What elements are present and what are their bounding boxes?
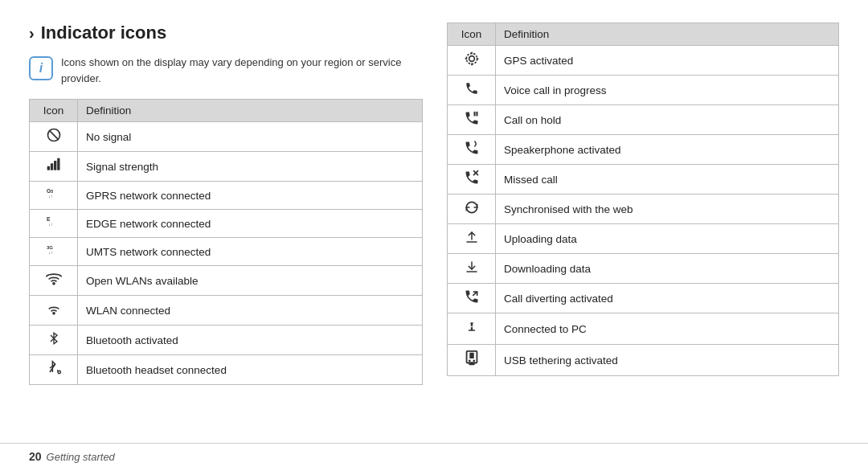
svg-line-1 bbox=[49, 130, 59, 140]
table-row: Signal strength bbox=[30, 152, 423, 182]
footer-number: 20 bbox=[29, 450, 42, 463]
definition-cell: Call on hold bbox=[496, 105, 839, 135]
table-row: No signal bbox=[30, 122, 423, 152]
icon-cell bbox=[448, 195, 496, 224]
right-col-def-header: Definition bbox=[496, 23, 839, 46]
table-row: Voice call in progress bbox=[448, 76, 839, 105]
table-row: Bluetooth activated bbox=[30, 326, 423, 355]
definition-cell: Synchronised with the web bbox=[496, 195, 839, 224]
icon-cell bbox=[30, 266, 78, 296]
svg-point-14 bbox=[53, 313, 55, 314]
left-column: › Indicator icons i Icons shown on the d… bbox=[29, 23, 423, 435]
table-row: Uploading data bbox=[448, 224, 839, 254]
definition-cell: Connected to PC bbox=[496, 313, 839, 345]
right-table: Icon Definition GPS activated Voice call… bbox=[447, 23, 839, 376]
left-col-icon-header: Icon bbox=[30, 100, 78, 122]
icon-cell bbox=[448, 76, 496, 105]
icon-cell bbox=[448, 224, 496, 254]
table-row: USB tethering activated bbox=[448, 345, 839, 376]
svg-text:↓↑: ↓↑ bbox=[48, 222, 52, 227]
definition-cell: UMTS network connected bbox=[78, 238, 423, 266]
right-col-icon-header: Icon bbox=[448, 23, 496, 46]
definition-cell: GPS activated bbox=[496, 46, 839, 76]
note-icon: i bbox=[29, 56, 53, 80]
table-row: E↓↑ EDGE network connected bbox=[30, 210, 423, 238]
icon-cell bbox=[448, 165, 496, 195]
definition-cell: Speakerphone activated bbox=[496, 135, 839, 165]
table-row: G5↓↑ GPRS network connected bbox=[30, 182, 423, 210]
definition-cell: Missed call bbox=[496, 165, 839, 195]
svg-text:↓↑: ↓↑ bbox=[48, 250, 52, 255]
table-row: Call diverting activated bbox=[448, 284, 839, 313]
svg-point-18 bbox=[469, 56, 474, 62]
table-row: Downloading data bbox=[448, 254, 839, 284]
svg-point-17 bbox=[58, 371, 60, 373]
svg-point-37 bbox=[468, 359, 470, 362]
icon-cell bbox=[448, 135, 496, 165]
left-col-def-header: Definition bbox=[78, 100, 423, 122]
table-row: Speakerphone activated bbox=[448, 135, 839, 165]
definition-cell: Bluetooth headset connected bbox=[78, 355, 423, 385]
svg-rect-2 bbox=[47, 166, 49, 170]
definition-cell: Uploading data bbox=[496, 224, 839, 254]
svg-rect-36 bbox=[469, 353, 474, 358]
definition-cell: Call diverting activated bbox=[496, 284, 839, 313]
definition-cell: WLAN connected bbox=[78, 296, 423, 326]
footer-text: Getting started bbox=[47, 451, 115, 463]
icon-cell bbox=[30, 296, 78, 326]
definition-cell: Open WLANs available bbox=[78, 266, 423, 296]
definition-cell: USB tethering activated bbox=[496, 345, 839, 376]
definition-cell: No signal bbox=[78, 122, 423, 152]
page-title: › Indicator icons bbox=[29, 23, 423, 43]
svg-rect-39 bbox=[469, 362, 474, 366]
definition-cell: Voice call in progress bbox=[496, 76, 839, 105]
definition-cell: GPRS network connected bbox=[78, 182, 423, 210]
icon-cell bbox=[30, 122, 78, 152]
title-text: Indicator icons bbox=[41, 23, 166, 43]
icon-cell: 3G↓↑ bbox=[30, 238, 78, 266]
page-footer: 20 Getting started bbox=[0, 443, 868, 471]
svg-text:↓↑: ↓↑ bbox=[48, 194, 52, 199]
icon-cell: E↓↑ bbox=[30, 210, 78, 238]
icon-cell bbox=[448, 105, 496, 135]
title-arrow: › bbox=[29, 24, 35, 43]
svg-point-19 bbox=[466, 53, 477, 63]
svg-point-38 bbox=[473, 359, 475, 362]
icon-cell bbox=[30, 326, 78, 355]
svg-rect-24 bbox=[473, 112, 475, 117]
table-row: Synchronised with the web bbox=[448, 195, 839, 224]
icon-cell bbox=[30, 152, 78, 182]
svg-rect-31 bbox=[470, 322, 473, 324]
icon-cell bbox=[448, 345, 496, 376]
table-row: Connected to PC bbox=[448, 313, 839, 345]
svg-point-34 bbox=[471, 326, 473, 328]
icon-cell: G5↓↑ bbox=[30, 182, 78, 210]
icon-cell bbox=[448, 313, 496, 345]
right-column: Icon Definition GPS activated Voice call… bbox=[447, 23, 839, 435]
svg-rect-4 bbox=[54, 161, 56, 170]
table-row: WLAN connected bbox=[30, 296, 423, 326]
icon-cell bbox=[448, 46, 496, 76]
table-row: Missed call bbox=[448, 165, 839, 195]
table-row: Call on hold bbox=[448, 105, 839, 135]
note-text: Icons shown on the display may vary depe… bbox=[61, 55, 423, 86]
definition-cell: Signal strength bbox=[78, 152, 423, 182]
table-row: 3G↓↑ UMTS network connected bbox=[30, 238, 423, 266]
svg-rect-5 bbox=[57, 158, 59, 170]
icon-cell bbox=[30, 355, 78, 385]
page-content: › Indicator icons i Icons shown on the d… bbox=[0, 0, 868, 443]
definition-cell: Bluetooth activated bbox=[78, 326, 423, 355]
definition-cell: Downloading data bbox=[496, 254, 839, 284]
table-row: Open WLANs available bbox=[30, 266, 423, 296]
icon-cell bbox=[448, 254, 496, 284]
svg-rect-25 bbox=[476, 112, 477, 117]
svg-point-13 bbox=[53, 283, 55, 285]
definition-cell: EDGE network connected bbox=[78, 210, 423, 238]
table-row: Bluetooth headset connected bbox=[30, 355, 423, 385]
svg-rect-3 bbox=[50, 163, 52, 170]
left-table: Icon Definition No signal Signal strengt… bbox=[29, 99, 423, 385]
icon-cell bbox=[448, 284, 496, 313]
note-box: i Icons shown on the display may vary de… bbox=[29, 55, 423, 86]
table-row: GPS activated bbox=[448, 46, 839, 76]
